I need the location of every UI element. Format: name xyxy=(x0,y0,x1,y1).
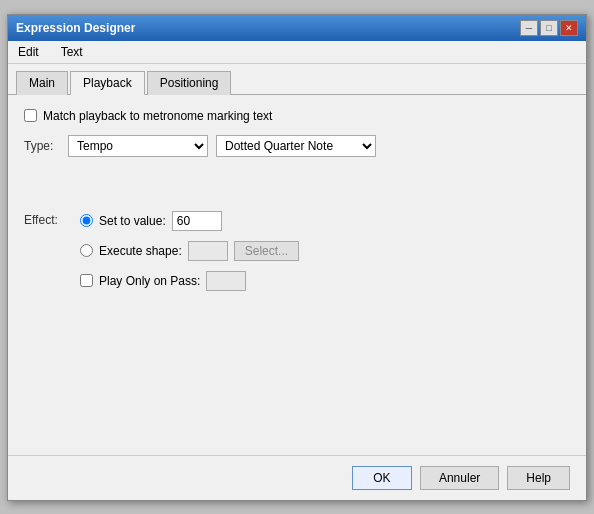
set-to-value-label: Set to value: xyxy=(99,214,166,228)
menu-edit[interactable]: Edit xyxy=(12,43,45,61)
expression-designer-window: Expression Designer ─ □ ✕ Edit Text Main… xyxy=(7,14,587,501)
match-checkbox-row: Match playback to metronome marking text xyxy=(24,109,570,123)
help-button[interactable]: Help xyxy=(507,466,570,490)
note-select[interactable]: Dotted Quarter Note Quarter Note Half No… xyxy=(216,135,376,157)
select-button[interactable]: Select... xyxy=(234,241,299,261)
set-to-value-row: Set to value: xyxy=(80,211,299,231)
maximize-button[interactable]: □ xyxy=(540,20,558,36)
window-title: Expression Designer xyxy=(16,21,135,35)
match-checkbox[interactable] xyxy=(24,109,37,122)
match-label: Match playback to metronome marking text xyxy=(43,109,272,123)
minimize-button[interactable]: ─ xyxy=(520,20,538,36)
tabs-row: Main Playback Positioning xyxy=(8,64,586,95)
type-label: Type: xyxy=(24,139,60,153)
set-to-value-radio[interactable] xyxy=(80,214,93,227)
tab-main[interactable]: Main xyxy=(16,71,68,95)
title-controls: ─ □ ✕ xyxy=(520,20,578,36)
play-only-row: Play Only on Pass: xyxy=(80,271,299,291)
play-only-label: Play Only on Pass: xyxy=(99,274,200,288)
menu-text[interactable]: Text xyxy=(55,43,89,61)
footer: OK Annuler Help xyxy=(8,455,586,500)
set-to-value-input[interactable] xyxy=(172,211,222,231)
menu-bar: Edit Text xyxy=(8,41,586,64)
effect-section: Effect: Set to value: Execute shape: Sel… xyxy=(24,211,570,291)
tab-playback[interactable]: Playback xyxy=(70,71,145,95)
execute-shape-radio[interactable] xyxy=(80,244,93,257)
type-row: Type: Tempo Dotted Quarter Note Quarter … xyxy=(24,135,570,157)
execute-shape-row: Execute shape: Select... xyxy=(80,241,299,261)
tempo-select[interactable]: Tempo xyxy=(68,135,208,157)
cancel-button[interactable]: Annuler xyxy=(420,466,499,490)
play-only-input[interactable] xyxy=(206,271,246,291)
execute-shape-input[interactable] xyxy=(188,241,228,261)
ok-button[interactable]: OK xyxy=(352,466,412,490)
effect-label: Effect: xyxy=(24,211,70,227)
effect-options: Set to value: Execute shape: Select... P… xyxy=(80,211,299,291)
execute-shape-label: Execute shape: xyxy=(99,244,182,258)
close-button[interactable]: ✕ xyxy=(560,20,578,36)
tab-positioning[interactable]: Positioning xyxy=(147,71,232,95)
title-bar: Expression Designer ─ □ ✕ xyxy=(8,15,586,41)
tab-content: Match playback to metronome marking text… xyxy=(8,95,586,455)
play-only-checkbox[interactable] xyxy=(80,274,93,287)
